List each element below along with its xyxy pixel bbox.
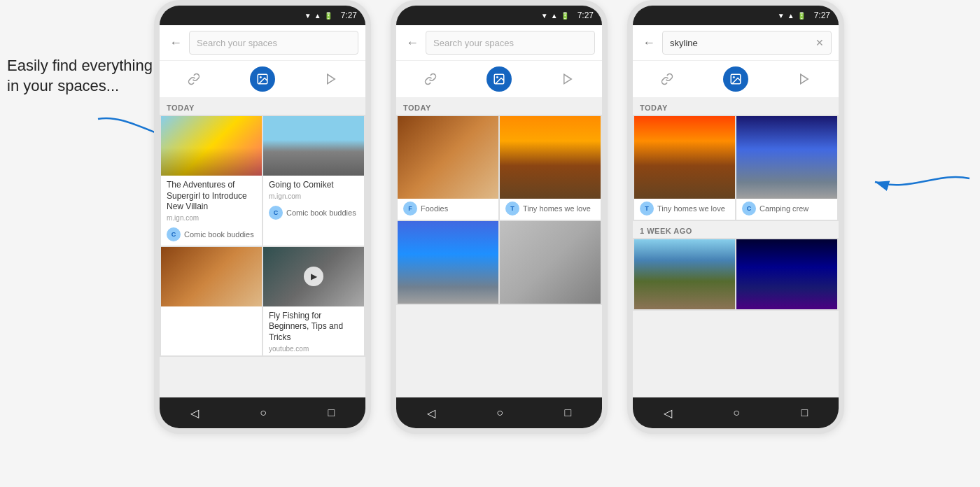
card-supergirl[interactable]: The Adventures of Supergirl to Introduce… <box>161 116 262 246</box>
videos-tab-2[interactable] <box>555 66 580 92</box>
flyfishing-url: youtube.com <box>269 345 358 353</box>
signal-icon-2: ▲ <box>551 12 558 20</box>
card-flyfishing[interactable]: ▶ Fly Fishing for Beginners, Tips and Tr… <box>263 247 364 355</box>
section-today-2: TODAY <box>396 98 602 115</box>
section-today-1: TODAY <box>160 98 365 115</box>
tiny-homes-space: Tiny homes we love <box>523 204 591 213</box>
status-bar-3: ▼ ▲ 🔋 7:27 <box>633 6 839 25</box>
phone-3: ▼ ▲ 🔋 7:27 ← skyline ✕ <box>627 0 844 434</box>
phones-container: ▼ ▲ 🔋 7:27 ← Search your spaces <box>154 0 980 434</box>
camping-avatar: C <box>742 202 756 216</box>
search-input-3[interactable]: skyline ✕ <box>662 31 832 55</box>
filter-tabs-1 <box>160 61 365 98</box>
hiker-image <box>736 116 837 199</box>
comiket-image <box>263 116 364 176</box>
links-tab-2[interactable] <box>418 66 443 92</box>
battery-icon-2: 🔋 <box>561 12 569 20</box>
home-nav-2[interactable]: ○ <box>496 407 503 419</box>
content-area-1: TODAY The Adventures of Supergirl to Int… <box>160 98 365 397</box>
links-tab-1[interactable] <box>181 66 206 92</box>
wifi-icon: ▼ <box>304 12 312 20</box>
home-nav-3[interactable]: ○ <box>733 407 740 419</box>
back-nav-2[interactable]: ◁ <box>427 407 435 420</box>
back-button-2[interactable]: ← <box>403 34 421 52</box>
search-placeholder-2: Search your spaces <box>433 38 514 48</box>
svg-point-6 <box>496 76 498 78</box>
food-image-1 <box>161 247 262 306</box>
supergirl-url: m.ign.com <box>167 214 256 222</box>
battery-icon: 🔋 <box>324 12 332 20</box>
cards-grid-3-week <box>633 238 839 311</box>
tiny-homes-avatar-3: T <box>640 202 654 216</box>
search-bar-1: ← Search your spaces <box>160 25 365 61</box>
back-nav-1[interactable]: ◁ <box>190 407 199 420</box>
wifi-icon-2: ▼ <box>541 12 548 20</box>
home-nav-1[interactable]: ○ <box>260 407 267 419</box>
intro-headline: Easily find everything in your spaces... <box>7 56 154 96</box>
arrow-right <box>868 150 973 206</box>
svg-point-3 <box>260 76 261 78</box>
search-input-2[interactable]: Search your spaces <box>426 31 595 55</box>
cards-grid-1: The Adventures of Supergirl to Introduce… <box>160 115 365 357</box>
search-bar-3: ← skyline ✕ <box>633 25 839 61</box>
content-area-2: TODAY F Foodies T Tiny homes we love <box>396 98 602 397</box>
camping-space: Camping crew <box>760 204 808 213</box>
status-time-2: 7:27 <box>578 10 594 20</box>
foodies-avatar: F <box>403 202 417 216</box>
phone-2: ▼ ▲ 🔋 7:27 ← Search your spaces <box>391 0 608 434</box>
card-mountain[interactable] <box>398 221 498 304</box>
card-cabin[interactable]: T Tiny homes we love <box>500 116 601 220</box>
photos-tab-1[interactable] <box>250 66 275 92</box>
svg-marker-10 <box>801 74 808 84</box>
flyfishing-image: ▶ <box>263 247 364 306</box>
comiket-url: m.ign.com <box>269 192 358 200</box>
filter-tabs-2 <box>396 61 602 98</box>
svg-marker-7 <box>564 74 572 84</box>
supergirl-space: Comic book buddies <box>184 230 254 239</box>
clear-search-3[interactable]: ✕ <box>816 37 824 48</box>
recent-nav-1[interactable]: □ <box>328 407 335 419</box>
search-value-3: skyline <box>670 38 813 48</box>
bottom-nav-1: ◁ ○ □ <box>160 397 365 428</box>
card-city-night[interactable] <box>736 239 837 309</box>
card-food-1[interactable] <box>161 247 262 355</box>
svg-point-9 <box>733 76 734 78</box>
recent-nav-2[interactable]: □ <box>565 407 572 419</box>
play-icon[interactable]: ▶ <box>304 267 323 286</box>
card-cat[interactable] <box>500 221 601 304</box>
videos-tab-1[interactable] <box>318 66 344 92</box>
cabin-image <box>500 116 601 199</box>
intro-text: Easily find everything in your spaces... <box>7 56 154 96</box>
section-week-ago: 1 WEEK AGO <box>633 221 839 238</box>
sunset-cabin-image <box>634 116 735 199</box>
signal-icon-3: ▲ <box>788 12 794 20</box>
phone-1: ▼ ▲ 🔋 7:27 ← Search your spaces <box>154 0 371 434</box>
mountain-image <box>398 221 498 304</box>
comiket-title: Going to Comiket <box>269 180 358 191</box>
photos-tab-2[interactable] <box>486 66 512 92</box>
content-area-3: TODAY T Tiny homes we love C Camping cre… <box>633 98 839 397</box>
filter-tabs-3 <box>633 61 839 98</box>
card-sunset-cabin[interactable]: T Tiny homes we love <box>634 116 735 220</box>
cat-image <box>500 221 601 304</box>
card-yosemite[interactable] <box>634 239 735 309</box>
battery-icon-3: 🔋 <box>797 12 806 20</box>
status-bar-1: ▼ ▲ 🔋 7:27 <box>160 6 365 25</box>
card-food-2[interactable]: F Foodies <box>398 116 498 220</box>
card-comiket[interactable]: Going to Comiket m.ign.com C Comic book … <box>263 116 364 246</box>
svg-marker-4 <box>328 74 335 84</box>
back-nav-3[interactable]: ◁ <box>664 407 672 420</box>
supergirl-image <box>161 116 262 176</box>
card-hiker-skyline[interactable]: C Camping crew <box>736 116 837 220</box>
back-button-3[interactable]: ← <box>640 34 658 52</box>
photos-tab-3[interactable] <box>723 66 748 92</box>
tiny-homes-avatar: T <box>505 202 519 216</box>
search-input-1[interactable]: Search your spaces <box>189 31 358 55</box>
tiny-homes-space-3: Tiny homes we love <box>657 204 725 213</box>
city-night-image <box>736 239 837 309</box>
back-button-1[interactable]: ← <box>167 34 185 52</box>
recent-nav-3[interactable]: □ <box>802 407 808 419</box>
links-tab-3[interactable] <box>654 66 680 92</box>
supergirl-title: The Adventures of Supergirl to Introduce… <box>167 180 256 213</box>
videos-tab-3[interactable] <box>792 66 817 92</box>
